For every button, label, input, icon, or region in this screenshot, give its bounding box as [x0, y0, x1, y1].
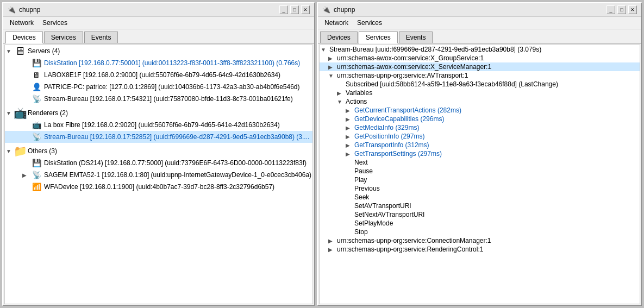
left-menu-network[interactable]: Network: [5, 18, 38, 28]
action-item[interactable]: SetAVTransportURI: [320, 202, 640, 210]
service-item[interactable]: ▶ urn:schemas-upnp-org:service:Rendering…: [320, 245, 640, 254]
action-expand-icon: ▶: [346, 134, 354, 140]
others-group[interactable]: ▼ 📁 Others (3): [5, 145, 312, 157]
service-item[interactable]: ▶ urn:schemas-upnp-org:service:Connectio…: [320, 236, 640, 245]
renderers-group[interactable]: ▼ 📺 Renderers (2): [5, 107, 312, 119]
action-item[interactable]: ▶ GetTransportInfo (312ms): [320, 141, 640, 149]
list-item[interactable]: 👤 PATRICE-PC: patrice: [127.0.0.1:2869] …: [5, 81, 312, 93]
right-app-icon: 🔌: [322, 6, 330, 14]
action-label[interactable]: Stop: [354, 228, 368, 236]
right-window-controls: _ □ ✕: [607, 5, 637, 14]
left-app-icon: 🔌: [8, 6, 16, 14]
action-item[interactable]: ▶ GetDeviceCapabilities (296ms): [320, 115, 640, 123]
list-item[interactable]: 📶 WFADevice [192.168.0.1:1900] (uuid:4b0…: [5, 181, 312, 193]
list-item[interactable]: 💾 DiskStation (DS214) [192.168.0.77:5000…: [5, 157, 312, 169]
right-maximize-button[interactable]: □: [617, 5, 626, 14]
list-item[interactable]: 📡 Stream-Bureau [192.168.0.17:54321] (uu…: [5, 93, 312, 105]
actions-expand-icon: ▼: [337, 99, 346, 105]
action-label[interactable]: Next: [354, 159, 368, 166]
actions-label: Actions: [346, 98, 367, 105]
others-folder-icon: 📁: [15, 146, 26, 156]
action-item[interactable]: Next: [320, 158, 640, 167]
action-label[interactable]: GetPositionInfo (297ms): [354, 133, 424, 140]
service-actions[interactable]: ▼ Actions: [320, 97, 640, 106]
action-label[interactable]: SetPlayMode: [354, 219, 393, 227]
left-menu-bar: Network Services: [3, 17, 314, 29]
action-expand-icon: ▶: [346, 142, 354, 148]
left-tab-devices[interactable]: Devices: [5, 32, 43, 43]
left-close-button[interactable]: ✕: [301, 5, 310, 14]
action-label[interactable]: GetCurrentTransportActions (282ms): [354, 106, 461, 114]
action-label[interactable]: GetMediaInfo (329ms): [354, 124, 419, 131]
right-menu-network[interactable]: Network: [320, 18, 353, 28]
list-item[interactable]: ▶ 📡 SAGEM EMTA52-1 [192.168.0.1:80] (uui…: [5, 169, 312, 181]
device-label: DiskStation [192.168.0.77:50001] (uuid:0…: [44, 59, 300, 67]
action-item[interactable]: ▶ GetMediaInfo (329ms): [320, 123, 640, 132]
right-minimize-button[interactable]: _: [607, 5, 615, 14]
action-label[interactable]: Pause: [354, 167, 373, 175]
action-item[interactable]: ▶ GetTransportSettings (297ms): [320, 149, 640, 158]
service-item[interactable]: ▶ urn:schemas-awox-com:service:X_Service…: [320, 62, 640, 71]
variables-label: Variables: [346, 89, 372, 97]
list-item[interactable]: 💾 DiskStation [192.168.0.77:50001] (uuid…: [5, 57, 312, 69]
action-expand-icon: ▶: [346, 116, 354, 122]
right-scroll-area[interactable]: ▼ Stream-Bureau [uuid:f699669e-d287-4291…: [320, 45, 640, 304]
device-icon: 💾: [31, 58, 42, 68]
renderers-label: Renderers (2): [28, 109, 68, 117]
s3-label: urn:schemas-upnp-org:service:AVTransport…: [337, 72, 468, 79]
device-label: Stream-Bureau [192.168.0.17:52852] (uuid…: [44, 133, 309, 141]
action-item[interactable]: SetPlayMode: [320, 219, 640, 228]
action-item[interactable]: Pause: [320, 167, 640, 175]
action-item[interactable]: Seek: [320, 193, 640, 202]
action-label[interactable]: SetNextAVTransportURI: [354, 211, 424, 218]
renderers-folder-icon: 📺: [15, 108, 26, 118]
servers-label: Servers (4): [28, 47, 60, 55]
left-window-title: 🔌 chupnp: [8, 6, 40, 14]
service-item[interactable]: ▼ urn:schemas-upnp-org:service:AVTranspo…: [320, 71, 640, 80]
left-tab-events[interactable]: Events: [84, 32, 118, 43]
action-label[interactable]: GetDeviceCapabilities (296ms): [354, 115, 444, 123]
action-item[interactable]: Stop: [320, 228, 640, 236]
action-label[interactable]: Seek: [354, 193, 369, 201]
right-content: ▼ Stream-Bureau [uuid:f699669e-d287-4291…: [319, 45, 640, 304]
action-label[interactable]: Previous: [354, 185, 380, 192]
action-expand-icon: ▶: [346, 125, 354, 131]
device-label: PATRICE-PC: patrice: [127.0.0.1:2869] (u…: [44, 83, 300, 91]
left-scroll-area[interactable]: ▼ 🖥 Servers (4) 💾 DiskStation [192.168.0…: [5, 45, 312, 304]
action-item[interactable]: ▶ GetCurrentTransportActions (282ms): [320, 106, 640, 115]
service-variables[interactable]: ▶ Variables: [320, 89, 640, 97]
s1-label: urn:schemas-awox-com:service:X_GroupServ…: [337, 54, 484, 62]
servers-group[interactable]: ▼ 🖥 Servers (4): [5, 45, 312, 57]
action-expand-icon: ▶: [346, 151, 354, 157]
s4-label: urn:schemas-upnp-org:service:ConnectionM…: [337, 237, 491, 244]
action-label[interactable]: SetAVTransportURI: [354, 202, 411, 210]
right-tab-events[interactable]: Events: [399, 32, 433, 43]
left-tab-services[interactable]: Services: [44, 32, 83, 43]
s5-label: urn:schemas-upnp-org:service:RenderingCo…: [337, 246, 483, 253]
device-icon: 📡: [31, 169, 42, 180]
right-tab-devices[interactable]: Devices: [320, 32, 358, 43]
right-menu-services[interactable]: Services: [353, 18, 386, 28]
left-minimize-button[interactable]: _: [279, 5, 288, 14]
device-label: SAGEM EMTA52-1 [192.168.0.1:80] (uuid:up…: [44, 171, 311, 179]
action-item[interactable]: Previous: [320, 184, 640, 193]
list-item[interactable]: 📡 Stream-Bureau [192.168.0.17:52852] (uu…: [5, 131, 312, 143]
action-label[interactable]: Play: [354, 176, 367, 184]
list-item[interactable]: 🖥 LABOX8E1F [192.168.0.2:9000] (uuid:550…: [5, 69, 312, 81]
list-item[interactable]: 📺 La box Fibre [192.168.0.2:9020] (uuid:…: [5, 119, 312, 131]
action-label[interactable]: GetTransportInfo (312ms): [354, 141, 429, 149]
service-root-node[interactable]: ▼ Stream-Bureau [uuid:f699669e-d287-4291…: [320, 45, 640, 54]
service-item[interactable]: ▶ urn:schemas-awox-com:service:X_GroupSe…: [320, 54, 640, 62]
service-subscribed: Subscribed [uuid:58bb6124-a5f9-11e8-9a63…: [320, 80, 640, 89]
action-item[interactable]: Play: [320, 175, 640, 184]
left-tab-bar: Devices Services Events: [3, 29, 314, 43]
right-tab-services[interactable]: Services: [359, 32, 398, 43]
action-item[interactable]: ▶ GetPositionInfo (297ms): [320, 132, 640, 141]
left-menu-services[interactable]: Services: [38, 18, 72, 28]
left-maximize-button[interactable]: □: [290, 5, 299, 14]
right-menu-bar: Network Services: [318, 17, 641, 29]
action-label[interactable]: GetTransportSettings (297ms): [354, 150, 442, 158]
right-close-button[interactable]: ✕: [628, 5, 637, 14]
s5-expand-icon: ▶: [328, 247, 337, 253]
action-item[interactable]: SetNextAVTransportURI: [320, 210, 640, 219]
